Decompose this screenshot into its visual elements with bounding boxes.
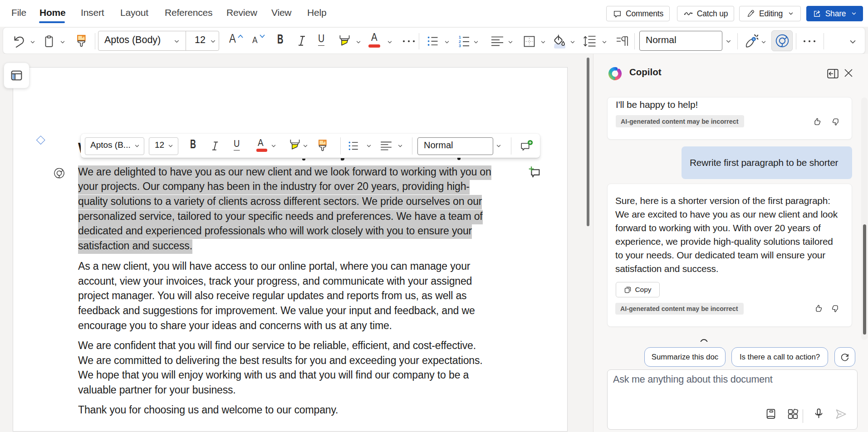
svg-text:3: 3 xyxy=(459,44,461,48)
